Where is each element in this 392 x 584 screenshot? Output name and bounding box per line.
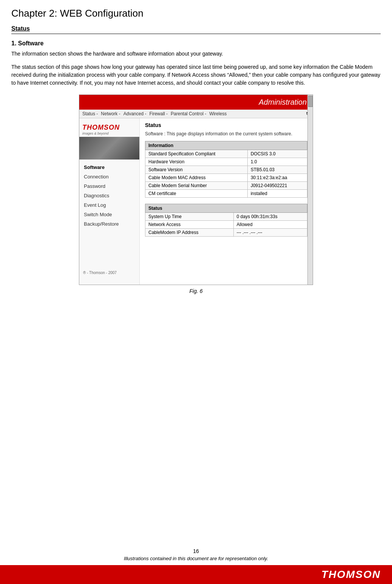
scrollbar[interactable]: [307, 95, 313, 285]
table-row: Network AccessAllowed: [145, 221, 307, 229]
browser-window: Administration Status - Network - Advanc…: [79, 94, 313, 285]
table-row: System Up Time0 days 00h:31m:33s: [145, 213, 307, 221]
table-row: Software VersionSTB5.01.03: [145, 166, 307, 174]
table-row: Standard Specification CompliantDOCSIS 3…: [145, 150, 307, 158]
row-value: DOCSIS 3.0: [247, 150, 307, 158]
nav-status[interactable]: Status -: [82, 111, 98, 116]
row-value: J0912-049502221: [247, 182, 307, 190]
sidebar-item-switchmode[interactable]: Switch Mode: [79, 210, 139, 219]
nav-network[interactable]: Network -: [101, 111, 120, 116]
sidebar-item-connection[interactable]: Connection: [79, 172, 139, 181]
description-2: The status section of this page shows ho…: [11, 63, 381, 87]
row-label: CM certificate: [145, 190, 248, 198]
page-number: 16: [0, 548, 392, 554]
sidebar-image: [79, 137, 139, 160]
description-1: The information section shows the hardwa…: [11, 50, 381, 58]
table-row: CM certificateinstalled: [145, 190, 307, 198]
row-label: Software Version: [145, 166, 248, 174]
nav-parental[interactable]: Parental Control -: [171, 111, 206, 116]
status-table-header: Status: [145, 204, 307, 213]
nav-bar: Status - Network - Advanced - Firewall -…: [79, 110, 313, 118]
sidebar-item-password[interactable]: Password: [79, 181, 139, 191]
fig-caption: Fig. 6: [79, 288, 313, 294]
row-label: Cable Modem MAC Address: [145, 174, 248, 182]
row-label: System Up Time: [145, 213, 234, 221]
row-value: STB5.01.03: [247, 166, 307, 174]
row-label: Cable Modem Serial Number: [145, 182, 248, 190]
bottom-thomson-brand: THOMSON: [321, 569, 381, 581]
thomson-text: THOMSON: [82, 124, 120, 132]
status-heading: Status: [11, 25, 381, 34]
row-value: Allowed: [233, 221, 307, 229]
row-label: Hardware Version: [145, 158, 248, 166]
content-area: THOMSON images & beyond Software Connect…: [79, 118, 313, 285]
sidebar: THOMSON images & beyond Software Connect…: [79, 118, 140, 285]
row-label: CableModem IP Address: [145, 229, 234, 237]
figure-container: Administration Status - Network - Advanc…: [11, 94, 381, 294]
table-row: Cable Modem MAC Address30:11:e2:3a:e2:aa: [145, 174, 307, 182]
row-label: Standard Specification Compliant: [145, 150, 248, 158]
sidebar-item-software[interactable]: Software: [79, 163, 139, 172]
sidebar-item-diagnostics[interactable]: Diagnostics: [79, 191, 139, 200]
table-row: CableModem IP Address--- .--- .--- .---: [145, 229, 307, 237]
info-table: Information Standard Specification Compl…: [145, 141, 307, 198]
status-table: Status System Up Time0 days 00h:31m:33sN…: [145, 204, 307, 237]
row-label: Network Access: [145, 221, 234, 229]
chapter-title: Chapter 2: WEB Configuration: [11, 8, 381, 19]
section-title: 1. Software: [11, 40, 381, 47]
table-row: Cable Modem Serial NumberJ0912-049502221: [145, 182, 307, 190]
sidebar-footer: ® - Thomson - 2007: [79, 268, 120, 278]
thomson-logo: THOMSON images & beyond: [79, 122, 139, 137]
row-value: 1.0: [247, 158, 307, 166]
thomson-tagline: images & beyond: [82, 132, 109, 135]
sidebar-item-eventlog[interactable]: Event Log: [79, 200, 139, 210]
main-content: Status Software : This page displays inf…: [140, 118, 313, 285]
admin-header: Administration: [79, 95, 313, 110]
page-footer: 16 Illustrations contained in this docum…: [0, 548, 392, 561]
scrollbar-thumb[interactable]: [308, 96, 313, 107]
nav-advanced[interactable]: Advanced -: [123, 111, 147, 116]
footer-note: Illustrations contained in this document…: [0, 556, 392, 561]
main-status-title: Status: [145, 122, 307, 128]
info-table-header: Information: [145, 141, 307, 150]
row-value: 0 days 00h:31m:33s: [233, 213, 307, 221]
row-value: --- .--- .--- .---: [233, 229, 307, 237]
table-row: Hardware Version1.0: [145, 158, 307, 166]
nav-firewall[interactable]: Firewall -: [149, 111, 168, 116]
row-value: 30:11:e2:3a:e2:aa: [247, 174, 307, 182]
software-desc: Software : This page displays informatio…: [145, 131, 307, 136]
row-value: installed: [247, 190, 307, 198]
nav-links: Status - Network - Advanced - Firewall -…: [82, 111, 227, 116]
bottom-banner: THOMSON: [0, 565, 392, 584]
nav-wireless[interactable]: Wireless: [209, 111, 227, 116]
sidebar-item-backuprestore[interactable]: Backup/Restore: [79, 219, 139, 229]
